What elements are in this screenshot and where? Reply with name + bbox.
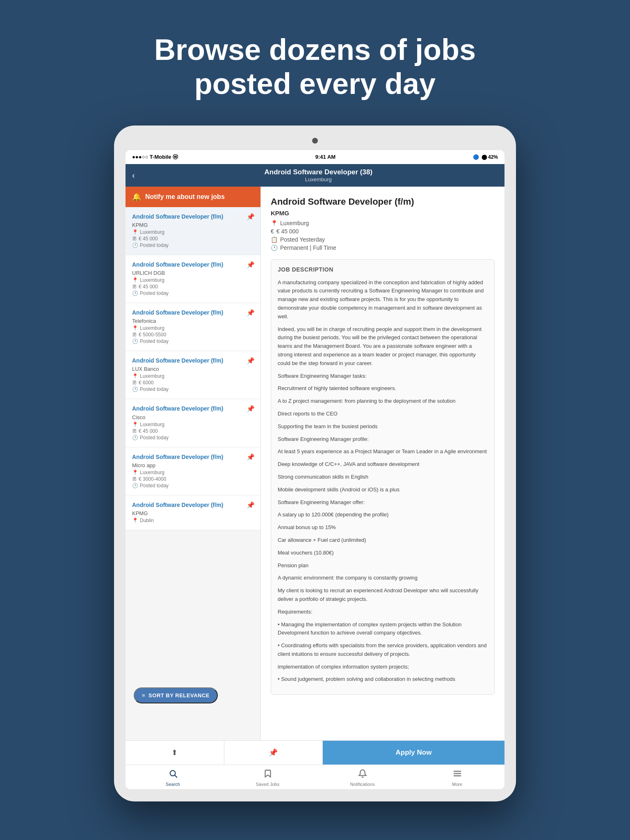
job-card-location-2: 📍 Luxemburg	[132, 325, 254, 331]
list-item: Pension plan	[278, 562, 488, 570]
location-icon-1: 📍	[132, 277, 138, 283]
status-time: 9:41 AM	[315, 154, 336, 160]
detail-company: KPMG	[271, 210, 495, 217]
hero-title: Browse dozens of jobs posted every day	[154, 33, 476, 101]
detail-salary: € € 45 000	[271, 228, 495, 235]
notifications-tab-icon	[358, 769, 367, 781]
list-item: Deep knowledge of C/C++, JAVA and softwa…	[278, 460, 488, 469]
job-card-title-4: Android Software Developer (f/m)	[132, 405, 254, 412]
list-item: Direct reports to the CEO	[278, 410, 488, 418]
sort-label: SORT BY RELEVANCE	[148, 692, 210, 698]
job-card-location-3: 📍 Luxemburg	[132, 373, 254, 379]
list-item: • Sound judgement, problem solving and c…	[278, 675, 488, 684]
job-card-salary-5: 🖹 € 3000-4000	[132, 476, 254, 482]
job-card-company-6: KPMG	[132, 510, 254, 516]
job-card-posted-4: 🕐 Posted today	[132, 435, 254, 441]
detail-posted-icon: 📋	[271, 236, 278, 243]
saved-tab-icon	[263, 769, 272, 781]
svg-line-1	[175, 775, 177, 777]
job-card-location-5: 📍 Luxemburg	[132, 470, 254, 475]
sort-button[interactable]: ≡ SORT BY RELEVANCE	[134, 687, 218, 703]
posted-icon-4: 🕐	[132, 435, 138, 441]
job-card-salary-0: 🖹 € 45 000	[132, 236, 254, 242]
job-card-title-1: Android Software Developer (f/m)	[132, 261, 254, 268]
job-card-5[interactable]: Android Software Developer (f/m) Micro a…	[126, 447, 260, 495]
job-card-company-0: KPMG	[132, 222, 254, 228]
detail-salary-icon: €	[271, 228, 274, 235]
list-item: Annual bonus up to 15%	[278, 523, 488, 532]
save-pin-icon: 📌	[269, 748, 278, 757]
tab-notifications[interactable]: Notifications	[315, 769, 410, 787]
job-card-2[interactable]: Android Software Developer (f/m) Telefon…	[126, 303, 260, 351]
pin-icon-3[interactable]: 📌	[247, 357, 255, 365]
job-card-company-2: Telefonica	[132, 318, 254, 324]
job-card-title-0: Android Software Developer (f/m)	[132, 213, 254, 220]
list-item: implementation of complex information sy…	[278, 663, 488, 671]
location-icon-4: 📍	[132, 422, 138, 427]
job-card-salary-4: 🖹 € 45 000	[132, 428, 254, 434]
pin-icon-5[interactable]: 📌	[247, 453, 255, 461]
tab-more[interactable]: More	[410, 769, 504, 787]
job-card-posted-1: 🕐 Posted today	[132, 290, 254, 296]
job-card-posted-5: 🕐 Posted today	[132, 483, 254, 488]
job-card-3[interactable]: Android Software Developer (f/m) LUX Ban…	[126, 351, 260, 399]
job-card-location-6: 📍 Dublin	[132, 518, 254, 523]
job-card-title-5: Android Software Developer (f/m)	[132, 453, 254, 461]
action-bar: ⬆ 📌 Apply Now	[126, 740, 504, 765]
job-card-posted-2: 🕐 Posted today	[132, 338, 254, 344]
list-item: Strong communication skills in English	[278, 473, 488, 482]
tasks-list: Recruitment of highly talented software …	[278, 384, 488, 431]
job-card-title-6: Android Software Developer (f/m)	[132, 501, 254, 509]
share-button[interactable]: ⬆	[126, 741, 224, 765]
detail-contract-icon: 🕐	[271, 244, 278, 251]
job-card-4[interactable]: Android Software Developer (f/m) Cisco 📍…	[126, 399, 260, 447]
list-item: A salary up to 120.000€ (depending the p…	[278, 511, 488, 519]
pin-icon-0[interactable]: 📌	[247, 213, 255, 221]
detail-posted: 📋 Posted Yesterday	[271, 236, 495, 243]
job-card-posted-3: 🕐 Posted today	[132, 386, 254, 392]
detail-contract: 🕐 Permanent | Full Time	[271, 244, 495, 251]
salary-icon-2: 🖹	[132, 332, 137, 338]
more-tab-label: More	[452, 782, 462, 787]
detail-job-title: Android Software Developer (f/m)	[271, 196, 495, 207]
back-button[interactable]: ‹	[132, 171, 135, 180]
list-item: Car allowance + Fuel card (unlimited)	[278, 536, 488, 545]
posted-icon-3: 🕐	[132, 386, 138, 392]
desc-para-1: A manufacturing company specialized in t…	[278, 278, 488, 321]
tab-saved-jobs[interactable]: Saved Jobs	[220, 769, 315, 787]
location-icon-2: 📍	[132, 325, 138, 331]
pin-icon-2[interactable]: 📌	[247, 309, 255, 317]
list-item: • Coordinating efforts with specialists …	[278, 641, 488, 659]
job-card-6[interactable]: Android Software Developer (f/m) KPMG 📍 …	[126, 495, 260, 530]
job-card-posted-0: 🕐 Posted today	[132, 242, 254, 248]
salary-icon-5: 🖹	[132, 476, 137, 482]
location-icon-3: 📍	[132, 373, 138, 379]
job-description-box: JOB DESCRIPTION A manufacturing company …	[271, 259, 495, 695]
tablet-camera	[312, 138, 318, 144]
sort-icon: ≡	[142, 692, 145, 698]
posted-icon-5: 🕐	[132, 483, 138, 488]
offer-header: Software Engineering Manager offer:	[278, 498, 488, 507]
job-card-salary-1: 🖹 € 45 000	[132, 284, 254, 290]
pin-icon-1[interactable]: 📌	[247, 261, 255, 269]
tab-bar: Search Saved Jobs Notifications More	[126, 765, 504, 789]
status-carrier: ●●●○○ T-Mobile ⓦ	[132, 153, 178, 161]
tab-search[interactable]: Search	[126, 769, 220, 787]
pin-icon-6[interactable]: 📌	[247, 501, 255, 509]
list-item: Supporting the team in the busiest perio…	[278, 422, 488, 431]
apply-button[interactable]: Apply Now	[323, 741, 504, 765]
notify-button[interactable]: 🔔 Notify me about new jobs	[126, 187, 260, 207]
job-card-0[interactable]: Android Software Developer (f/m) KPMG 📍 …	[126, 207, 260, 255]
list-item: Meal vouchers (10.80€)	[278, 549, 488, 557]
status-battery: 🔵 ⬤ 42%	[473, 154, 498, 160]
tablet-frame: ●●●○○ T-Mobile ⓦ 9:41 AM 🔵 ⬤ 42% ‹ Andro…	[114, 126, 516, 801]
notify-label: Notify me about new jobs	[145, 193, 225, 201]
salary-icon-1: 🖹	[132, 284, 137, 290]
job-card-1[interactable]: Android Software Developer (f/m) URLICH …	[126, 255, 260, 303]
pin-icon-4[interactable]: 📌	[247, 405, 255, 413]
save-button[interactable]: 📌	[224, 741, 323, 765]
list-item: My client is looking to recruit an exper…	[278, 587, 488, 604]
nav-title: Android Software Developer (38)	[139, 168, 498, 176]
status-bar: ●●●○○ T-Mobile ⓦ 9:41 AM 🔵 ⬤ 42%	[126, 150, 504, 164]
location-icon-6: 📍	[132, 518, 138, 523]
